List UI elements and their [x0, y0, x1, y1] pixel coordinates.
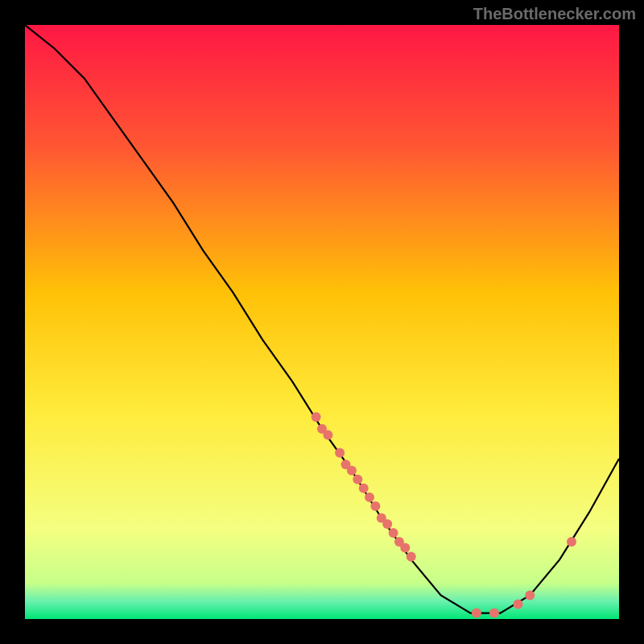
- chart-svg: [25, 25, 619, 619]
- data-marker: [472, 609, 481, 618]
- data-marker: [525, 591, 535, 601]
- data-marker: [353, 475, 362, 485]
- data-marker: [400, 543, 410, 552]
- data-marker: [514, 600, 523, 609]
- data-marker: [347, 466, 357, 476]
- data-marker: [389, 528, 398, 538]
- data-marker: [365, 493, 374, 502]
- chart-container: TheBottlenecker.com: [0, 0, 644, 644]
- data-marker: [407, 552, 416, 562]
- data-marker: [359, 484, 369, 493]
- data-marker: [335, 448, 345, 457]
- plot-area: [25, 25, 619, 619]
- data-marker: [567, 537, 576, 547]
- data-marker: [323, 430, 332, 440]
- data-marker: [370, 502, 380, 511]
- data-marker: [312, 412, 321, 422]
- data-marker: [489, 609, 499, 618]
- data-marker: [382, 519, 392, 529]
- attribution-text: TheBottlenecker.com: [473, 5, 636, 23]
- gradient-background: [25, 25, 619, 619]
